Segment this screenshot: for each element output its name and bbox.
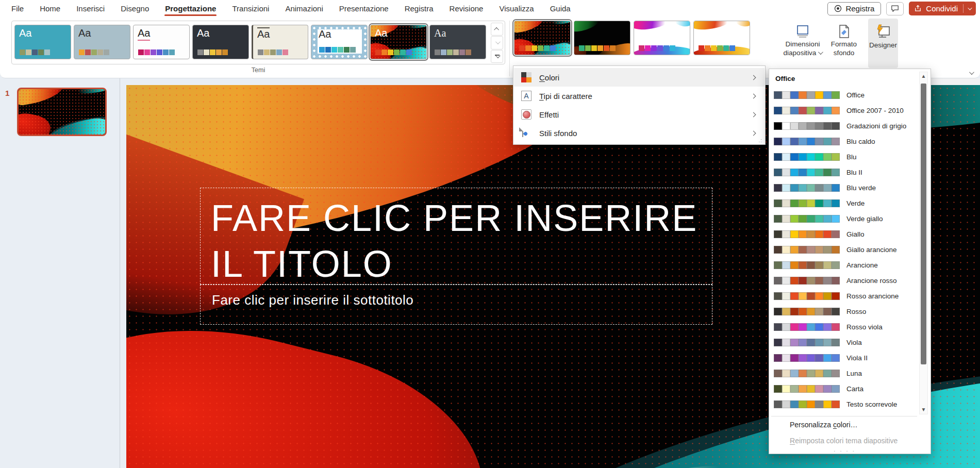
tab-disegno[interactable]: Disegno [120,1,150,16]
personalizza-colori-item[interactable]: Personalizza colori… [790,421,858,429]
comments-button[interactable] [886,2,904,15]
tab-registra[interactable]: Registra [404,1,434,16]
collapse-ribbon-chevron-icon[interactable] [969,70,974,75]
menu-bar-right: Registra Condividi [827,2,976,15]
scheme-giallo-arancione[interactable]: Giallo arancione [771,242,913,257]
tab-file[interactable]: File [11,1,24,16]
share-chevron-icon[interactable] [968,6,972,10]
tab-home[interactable]: Home [39,1,61,16]
variant-thumbnail-3[interactable] [634,21,690,55]
theme-thumbnail-8[interactable]: Aa [429,25,486,59]
tab-revisione[interactable]: Revisione [449,1,484,16]
theme-thumbnail-7-selected[interactable]: Aa [370,25,427,59]
scheme-viola[interactable]: Viola [771,335,913,350]
share-divider [963,4,964,13]
slide-1-thumbnail[interactable] [17,88,107,136]
scheme-arancione[interactable]: Arancione [771,257,913,273]
scheme-blu-caldo[interactable]: Blu caldo [771,133,913,149]
dimensioni-label-1: Dimensioni [786,40,820,48]
theme-thumbnail-4[interactable]: Aa [192,25,249,59]
scheme-verde-giallo[interactable]: Verde giallo [771,211,913,226]
theme-swatches [20,49,50,55]
submenu-chevron-icon [751,93,756,98]
menu-item-colori[interactable]: Colori [514,68,765,87]
menu-item-tipi-di-carattere[interactable]: A Tipi di carattere [514,87,765,105]
scheme-blu[interactable]: Blu [771,149,913,164]
submenu-chevron-icon [751,130,756,136]
colors-icon [521,72,531,82]
subtitle-placeholder[interactable]: Fare clic per inserire il sottotitolo [200,285,712,325]
scheme-gradazioni-di-grigio[interactable]: Gradazioni di grigio [771,118,913,133]
submenu-resize-handle[interactable]: . . . . [769,446,920,453]
scheme-rosso[interactable]: Rosso [771,304,913,319]
scheme-office-2007-2010[interactable]: Office 2007 - 2010 [771,103,913,118]
theme-thumbnail-5[interactable]: Aa [252,25,308,59]
gallery-scroll-down-button[interactable] [491,36,503,49]
scheme-verde[interactable]: Verde [771,195,913,211]
theme-aa: Aa [434,27,446,39]
theme-aa: Aa [19,27,31,39]
formato-label-1: Formato [831,40,857,48]
formato-sfondo-button[interactable]: Formato sfondo [828,19,860,68]
scheme-office[interactable]: Office [771,87,913,103]
designer-button[interactable]: Designer [868,19,898,68]
condividi-button[interactable]: Condividi [909,2,976,15]
registra-button[interactable]: Registra [827,2,881,15]
gallery-more-button[interactable] [491,50,503,63]
tab-animazioni[interactable]: Animazioni [285,1,323,16]
menu-item-stili-sfondo[interactable]: Stili sfondo [514,124,765,142]
registra-label: Registra [845,4,874,13]
scheme-carta[interactable]: Carta [771,381,913,396]
theme-thumbnail-3[interactable]: Aa [133,25,190,59]
scheme-rosso-viola[interactable]: Rosso viola [771,319,913,335]
scroll-up-arrow-icon[interactable]: ▲ [920,72,927,80]
tab-progettazione-active[interactable]: Progettazione [164,1,217,16]
tab-presentazione[interactable]: Presentazione [339,1,389,16]
scrollbar-thumb[interactable] [921,83,926,364]
condividi-label: Condividi [926,4,958,13]
effects-icon [521,109,531,120]
menu-resize-handle[interactable]: .: [758,138,762,143]
subtitle-text: Fare clic per inserire il sottotitolo [212,292,413,308]
gallery-scroll-up-button[interactable] [491,23,503,36]
theme-swatches [319,47,356,53]
tab-visualizza[interactable]: Visualizza [499,1,534,16]
gallery-more-icon [495,55,500,58]
variant-thumbnail-4[interactable] [693,21,750,55]
theme-aa: Aa [78,27,91,39]
tab-transizioni[interactable]: Transizioni [231,1,270,16]
chevron-down-icon [495,40,500,45]
slide-thumbnail-panel: 1 [0,78,120,468]
scheme-luna[interactable]: Luna [771,365,913,381]
scheme-giallo[interactable]: Giallo [771,226,913,242]
scroll-down-arrow-icon[interactable]: ▼ [920,406,927,414]
theme-swatches [79,49,109,55]
submenu-scrollbar[interactable]: ▲ ▼ [919,72,928,414]
theme-thumbnail-6[interactable]: Aa [311,25,368,59]
theme-aa: Aa [197,27,209,39]
format-background-icon [837,24,851,39]
dimensioni-diapositiva-button[interactable]: Dimensioni diapositiva [780,19,825,68]
scheme-rosso-arancione[interactable]: Rosso arancione [771,288,913,304]
variant-thumbnail-2[interactable] [574,21,630,55]
scheme-viola-ii[interactable]: Viola II [771,350,913,365]
scheme-arancione-rosso[interactable]: Arancione rosso [771,273,913,288]
scheme-blu-verde[interactable]: Blu verde [771,180,913,195]
comment-icon [891,5,899,12]
title-placeholder[interactable]: FARE CLIC PER INSERIRE IL TITOLO [200,188,712,285]
dimensioni-label-2: diapositiva [784,49,822,57]
scheme-blu-ii[interactable]: Blu II [771,164,913,180]
fonts-icon: A [521,91,531,101]
theme-thumbnail-2[interactable]: Aa [74,25,130,59]
tab-guida[interactable]: Guida [550,1,571,16]
variant-swatches [639,45,675,51]
scheme-testo-scorrevole[interactable]: Testo scorrevole [771,396,913,412]
tab-inserisci[interactable]: Inserisci [76,1,105,16]
ribbon-divider [509,21,510,76]
variant-thumbnail-1-selected[interactable] [514,21,571,55]
chevron-up-icon [494,27,499,32]
menu-item-effetti[interactable]: Effetti [514,105,765,124]
theme-aa: Aa [319,28,331,40]
variant-swatches [579,45,616,51]
theme-thumbnail-1[interactable]: Aa [14,25,71,59]
